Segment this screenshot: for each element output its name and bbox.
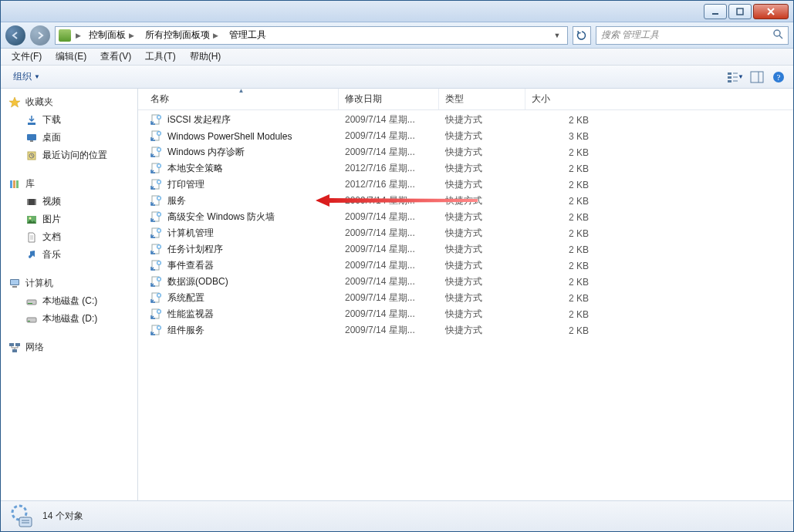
- sidebar-computer[interactable]: 计算机: [4, 274, 134, 292]
- address-dropdown[interactable]: ▼: [550, 32, 564, 39]
- svg-rect-18: [30, 140, 33, 142]
- sidebar-item-label: 音乐: [42, 248, 61, 261]
- sidebar-libraries[interactable]: 库: [4, 175, 134, 193]
- sidebar-item-drive-c[interactable]: 本地磁盘 (C:): [4, 292, 134, 310]
- sidebar-item-label: 本地磁盘 (D:): [42, 312, 97, 325]
- svg-rect-86: [19, 517, 32, 527]
- sidebar-item-videos[interactable]: 视频: [4, 193, 134, 210]
- file-name: 组件服务: [167, 324, 204, 337]
- breadcrumb-label: 管理工具: [229, 29, 266, 42]
- refresh-button[interactable]: [573, 26, 591, 45]
- breadcrumb[interactable]: 所有控制面板项▶: [142, 27, 221, 44]
- file-name: 系统配置: [167, 291, 204, 305]
- table-row[interactable]: 计算机管理2009/7/14 星期...快捷方式2 KB: [138, 225, 793, 241]
- address-bar[interactable]: ▶ 控制面板▶ 所有控制面板项▶ 管理工具 ▼: [55, 26, 568, 45]
- sidebar-item-music[interactable]: 音乐: [4, 246, 134, 264]
- column-name[interactable]: 名称▲: [144, 89, 339, 109]
- file-size: 2 KB: [525, 180, 595, 190]
- help-button[interactable]: ?: [770, 69, 787, 86]
- organize-button[interactable]: 组织 ▼: [7, 68, 46, 86]
- table-row[interactable]: 数据源(ODBC)2009/7/14 星期...快捷方式2 KB: [138, 274, 793, 290]
- maximize-button[interactable]: [728, 4, 752, 19]
- file-size: 2 KB: [525, 212, 595, 223]
- breadcrumb-label: 所有控制面板项: [145, 29, 210, 42]
- table-row[interactable]: 打印管理2012/7/16 星期...快捷方式2 KB: [138, 177, 793, 193]
- svg-rect-26: [35, 199, 36, 205]
- breadcrumb[interactable]: 控制面板▶: [86, 27, 137, 44]
- file-name: iSCSI 发起程序: [167, 113, 231, 126]
- sidebar-item-documents[interactable]: 文档: [4, 228, 134, 246]
- table-row[interactable]: 本地安全策略2012/7/16 星期...快捷方式2 KB: [138, 160, 793, 177]
- search-input[interactable]: 搜索 管理工具: [596, 26, 789, 45]
- table-row[interactable]: 任务计划程序2009/7/14 星期...快捷方式2 KB: [138, 241, 793, 258]
- navbar: ▶ 控制面板▶ 所有控制面板项▶ 管理工具 ▼ 搜索 管理工具: [1, 22, 793, 49]
- file-name: 计算机管理: [167, 227, 214, 240]
- sidebar-item-drive-d[interactable]: 本地磁盘 (D:): [4, 310, 134, 328]
- svg-rect-23: [16, 180, 19, 188]
- svg-rect-8: [728, 80, 731, 82]
- table-row[interactable]: Windows PowerShell Modules2009/7/14 星期..…: [138, 128, 793, 144]
- search-icon: [772, 29, 783, 42]
- sidebar-label: 网络: [25, 341, 44, 354]
- sidebar-item-label: 桌面: [42, 131, 61, 144]
- sidebar-item-downloads[interactable]: 下载: [4, 111, 134, 129]
- shortcut-icon: [150, 114, 163, 126]
- column-headers: 名称▲ 修改日期 类型 大小: [138, 89, 793, 110]
- svg-rect-53: [158, 164, 160, 167]
- recent-icon: [25, 150, 38, 162]
- menu-edit[interactable]: 编辑(E): [49, 49, 93, 65]
- sidebar-network[interactable]: 网络: [4, 338, 134, 356]
- forward-button[interactable]: [30, 25, 50, 45]
- table-row[interactable]: Windows 内存诊断2009/7/14 星期...快捷方式2 KB: [138, 144, 793, 160]
- file-date: 2009/7/14 星期...: [339, 324, 439, 337]
- column-label: 类型: [445, 93, 464, 106]
- shortcut-icon: [150, 260, 163, 272]
- table-row[interactable]: 服务2009/7/14 星期...快捷方式2 KB: [138, 193, 793, 209]
- svg-rect-22: [13, 180, 15, 188]
- file-date: 2009/7/14 星期...: [339, 146, 439, 159]
- file-size: 2 KB: [525, 163, 595, 174]
- file-date: 2012/7/16 星期...: [339, 178, 439, 191]
- preview-pane-button[interactable]: [748, 69, 765, 86]
- file-size: 3 KB: [525, 131, 595, 142]
- close-button[interactable]: [753, 4, 789, 19]
- sidebar-item-recent[interactable]: 最近访问的位置: [4, 146, 134, 164]
- svg-rect-62: [158, 213, 160, 215]
- file-size: 2 KB: [525, 244, 595, 255]
- table-row[interactable]: iSCSI 发起程序2009/7/14 星期...快捷方式2 KB: [138, 112, 793, 128]
- svg-rect-1: [737, 8, 743, 15]
- table-row[interactable]: 系统配置2009/7/14 星期...快捷方式2 KB: [138, 290, 793, 306]
- file-type: 快捷方式: [439, 227, 525, 240]
- menu-help[interactable]: 帮助(H): [184, 49, 228, 65]
- file-type: 快捷方式: [439, 130, 525, 143]
- column-type[interactable]: 类型: [439, 89, 525, 109]
- svg-rect-41: [12, 349, 17, 352]
- sidebar-item-desktop[interactable]: 桌面: [4, 129, 134, 146]
- minimize-button[interactable]: [704, 4, 727, 19]
- svg-rect-44: [158, 116, 160, 118]
- file-list[interactable]: iSCSI 发起程序2009/7/14 星期...快捷方式2 KBWindows…: [138, 110, 793, 500]
- file-name: 数据源(ODBC): [167, 275, 228, 288]
- menu-view[interactable]: 查看(V): [94, 49, 137, 65]
- column-size[interactable]: 大小: [525, 89, 595, 109]
- document-icon: [25, 231, 38, 244]
- sidebar-favorites[interactable]: 收藏夹: [4, 93, 134, 111]
- table-row[interactable]: 性能监视器2009/7/14 星期...快捷方式2 KB: [138, 306, 793, 322]
- view-mode-button[interactable]: ▼: [727, 69, 744, 86]
- back-button[interactable]: [5, 25, 25, 45]
- table-row[interactable]: 事件查看器2009/7/14 星期...快捷方式2 KB: [138, 258, 793, 274]
- table-row[interactable]: 组件服务2009/7/14 星期...快捷方式2 KB: [138, 322, 793, 338]
- table-row[interactable]: 高级安全 Windows 防火墙2009/7/14 星期...快捷方式2 KB: [138, 209, 793, 225]
- sidebar-item-pictures[interactable]: 图片: [4, 210, 134, 228]
- svg-rect-36: [28, 303, 32, 304]
- computer-icon: [8, 278, 21, 290]
- breadcrumb[interactable]: 管理工具: [226, 27, 269, 44]
- file-date: 2009/7/14 星期...: [339, 113, 439, 126]
- column-date[interactable]: 修改日期: [339, 89, 439, 109]
- menu-tools[interactable]: 工具(T): [139, 49, 181, 65]
- svg-rect-83: [158, 326, 160, 328]
- menu-file[interactable]: 文件(F): [5, 49, 48, 65]
- svg-rect-56: [158, 180, 160, 183]
- picture-icon: [25, 214, 38, 226]
- file-date: 2009/7/14 星期...: [339, 259, 439, 272]
